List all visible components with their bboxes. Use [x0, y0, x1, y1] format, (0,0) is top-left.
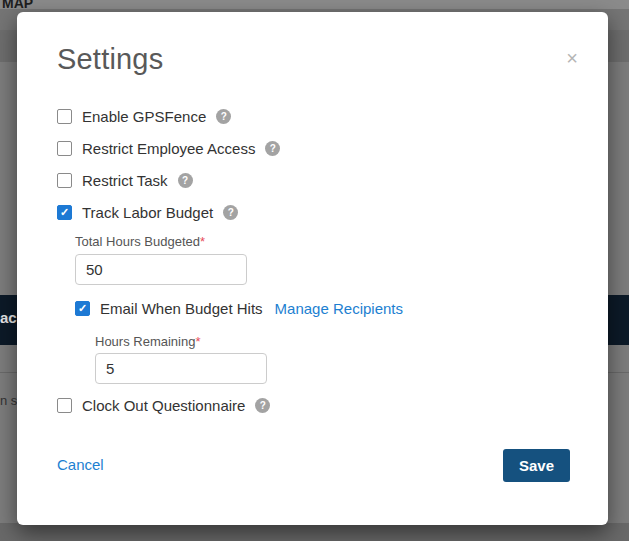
enable-gpsfence-checkbox[interactable]: ✓: [57, 109, 72, 124]
check-icon: ✓: [60, 207, 69, 218]
row-restrict-task: ✓ Restrict Task ?: [57, 172, 193, 188]
help-icon[interactable]: ?: [265, 141, 280, 156]
restrict-employee-access-label: Restrict Employee Access: [82, 140, 255, 157]
email-when-budget-hits-checkbox[interactable]: ✓: [75, 301, 90, 316]
row-email-when-budget-hits: ✓ Email When Budget Hits Manage Recipien…: [75, 300, 403, 316]
help-icon[interactable]: ?: [223, 205, 238, 220]
enable-gpsfence-label: Enable GPSFence: [82, 108, 206, 125]
hours-remaining-label: Hours Remaining*: [95, 334, 201, 349]
check-icon: ✓: [78, 303, 87, 314]
clock-out-questionnaire-checkbox[interactable]: ✓: [57, 398, 72, 413]
row-track-labor-budget: ✓ Track Labor Budget ?: [57, 204, 238, 220]
total-hours-budgeted-input[interactable]: [75, 254, 247, 285]
background-header-strip: MAP: [0, 0, 629, 9]
total-hours-budgeted-label: Total Hours Budgeted*: [75, 234, 205, 249]
required-asterisk: *: [200, 234, 205, 249]
restrict-task-label: Restrict Task: [82, 172, 168, 189]
modal-title: Settings: [57, 42, 163, 76]
email-when-budget-hits-label: Email When Budget Hits: [100, 300, 263, 317]
restrict-employee-access-checkbox[interactable]: ✓: [57, 141, 72, 156]
row-enable-gpsfence: ✓ Enable GPSFence ?: [57, 108, 231, 124]
help-icon[interactable]: ?: [216, 109, 231, 124]
clock-out-questionnaire-label: Clock Out Questionnaire: [82, 397, 245, 414]
row-restrict-employee-access: ✓ Restrict Employee Access ?: [57, 140, 280, 156]
background-text-fragment: n s: [0, 393, 17, 408]
required-asterisk: *: [195, 334, 200, 349]
help-icon[interactable]: ?: [255, 398, 270, 413]
background-footer-band: [0, 523, 629, 541]
track-labor-budget-label: Track Labor Budget: [82, 204, 213, 221]
cancel-link[interactable]: Cancel: [57, 456, 104, 473]
hours-remaining-input[interactable]: [95, 353, 267, 384]
manage-recipients-link[interactable]: Manage Recipients: [275, 300, 403, 317]
track-labor-budget-checkbox[interactable]: ✓: [57, 205, 72, 220]
help-icon[interactable]: ?: [178, 173, 193, 188]
save-button[interactable]: Save: [503, 449, 570, 482]
settings-modal: Settings × ✓ Enable GPSFence ? ✓ Restric…: [17, 12, 608, 525]
restrict-task-checkbox[interactable]: ✓: [57, 173, 72, 188]
row-clock-out-questionnaire: ✓ Clock Out Questionnaire ?: [57, 397, 270, 413]
close-icon[interactable]: ×: [566, 48, 578, 68]
